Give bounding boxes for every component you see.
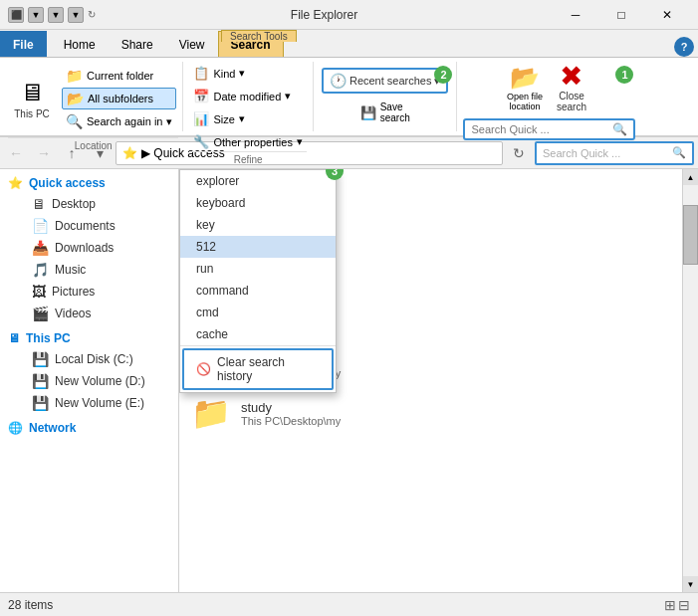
- tab-home[interactable]: Home: [51, 31, 109, 57]
- subfolders-icon: 📂: [67, 91, 84, 106]
- sidebar-local-disk-c[interactable]: 💾 Local Disk (C:): [0, 348, 178, 370]
- search-tools-label: Search Tools: [221, 30, 297, 42]
- window-title: File Explorer: [96, 8, 553, 22]
- disk-c-icon: 💾: [32, 351, 49, 367]
- sidebar-this-pc[interactable]: 🖥 This PC: [0, 328, 178, 348]
- date-label: Date modified: [213, 91, 281, 103]
- pc-icon: 🖥: [8, 331, 20, 345]
- scroll-up-button[interactable]: ▲: [683, 169, 698, 185]
- ribbon-tab-strip: Search Tools File Home Share View Search…: [0, 30, 698, 58]
- search-quick-input[interactable]: [471, 123, 608, 135]
- dropdown-item-key[interactable]: key: [180, 214, 336, 236]
- window-controls: ─ □ ✕: [553, 0, 690, 30]
- other-properties-btn[interactable]: 🔧 Other properties ▾: [189, 132, 306, 151]
- star-icon: ⭐: [8, 176, 23, 190]
- sidebar-quick-access[interactable]: ⭐ Quick access: [0, 173, 178, 193]
- save-icon: 💾: [360, 105, 376, 120]
- disk-c-label: Local Disk (C:): [55, 352, 133, 366]
- open-file-location-btn[interactable]: 📂 Open file location: [507, 64, 543, 111]
- file-location-icon: 📂: [510, 64, 540, 92]
- title-icon4: ▼: [68, 7, 84, 23]
- disk-d-label: New Volume (D:): [55, 374, 145, 388]
- sidebar-item-videos[interactable]: 🎬 Videos: [0, 303, 178, 324]
- study-info: study This PC\Desktop\my: [241, 400, 341, 427]
- dropdown-item-command[interactable]: command: [180, 280, 336, 302]
- size-arrow: ▾: [239, 112, 245, 125]
- sidebar-item-pictures[interactable]: 🖼 Pictures: [0, 281, 178, 303]
- current-folder-btn[interactable]: 📁 Current folder: [62, 66, 176, 86]
- help-button[interactable]: ?: [674, 37, 694, 57]
- search-again-label: Search again in: [87, 115, 162, 127]
- large-icons-view-button[interactable]: ⊟: [678, 597, 690, 613]
- desktop-icon: 🖥: [32, 196, 46, 212]
- sidebar-network[interactable]: 🌐 Network: [0, 418, 178, 438]
- refine-group-label: Refine: [189, 151, 306, 165]
- network-label: Network: [29, 421, 76, 435]
- title-bar-icons: ⬛ ▼ ▼ ▼ ↻: [8, 7, 96, 23]
- network-icon: 🌐: [8, 421, 23, 435]
- scrollbar-thumb[interactable]: [683, 205, 698, 265]
- tab-share[interactable]: Share: [109, 31, 166, 57]
- close-search-button[interactable]: ✖ Close search: [551, 61, 592, 114]
- dropdown-item-keyboard[interactable]: keyboard: [180, 192, 336, 214]
- sidebar-item-music[interactable]: 🎵 Music: [0, 259, 178, 281]
- dropdown-item-cache[interactable]: cache: [180, 323, 336, 345]
- recent-searches-button[interactable]: 🕐 Recent searches ▾: [322, 68, 449, 94]
- tab-view[interactable]: View: [166, 31, 218, 57]
- close-search-label: Close search: [557, 91, 586, 112]
- study-folder-icon: 📁: [191, 394, 231, 432]
- sidebar-item-desktop[interactable]: 🖥 Desktop: [0, 193, 178, 215]
- dropdown-menu[interactable]: 3 explorer keyboard key 512 run command …: [179, 169, 337, 393]
- size-btn[interactable]: 📊 Size ▾: [189, 109, 306, 128]
- dropdown-item-512[interactable]: 512: [180, 236, 336, 258]
- downloads-icon: 📥: [32, 240, 49, 256]
- sidebar-item-documents[interactable]: 📄 Documents: [0, 215, 178, 237]
- this-pc-label: This PC: [26, 331, 71, 345]
- sidebar-new-volume-e[interactable]: 💾 New Volume (E:): [0, 392, 178, 414]
- location-group-label: Location: [8, 137, 178, 151]
- address-search-bar[interactable]: Search Quick ... 🔍: [535, 141, 694, 165]
- date-icon: 📅: [193, 89, 209, 103]
- all-subfolders-btn[interactable]: 📂 All subfolders: [62, 88, 176, 109]
- quick-access-label: Quick access: [29, 176, 106, 190]
- kind-arrow: ▾: [239, 67, 245, 80]
- sidebar-new-volume-d[interactable]: 💾 New Volume (D:): [0, 370, 178, 392]
- addr-search-text: Search Quick ...: [543, 147, 668, 159]
- dropdown-item-cmd[interactable]: cmd: [180, 302, 336, 323]
- item-count: 28 items: [8, 598, 53, 612]
- undo-icon: ↻: [88, 9, 96, 20]
- content-item-study[interactable]: 📁 study This PC\Desktop\my: [187, 390, 674, 436]
- music-label: Music: [55, 263, 86, 277]
- scroll-down-button[interactable]: ▼: [683, 576, 698, 592]
- search-again-btn[interactable]: 🔍 Search again in ▾: [62, 111, 176, 131]
- clear-search-history-button[interactable]: 🚫 Clear search history: [182, 348, 334, 390]
- desktop-label: Desktop: [52, 197, 96, 211]
- save-search-btn[interactable]: 💾 Save search: [356, 100, 414, 125]
- scrollbar[interactable]: ▲ ▼: [682, 169, 698, 592]
- refresh-button[interactable]: ↻: [507, 141, 531, 165]
- tab-file[interactable]: File: [0, 31, 47, 57]
- sidebar-item-downloads[interactable]: 📥 Downloads: [0, 237, 178, 259]
- props-arrow: ▾: [297, 135, 303, 148]
- title-bar: ⬛ ▼ ▼ ▼ ↻ File Explorer ─ □ ✕: [0, 0, 698, 30]
- content-area: Frequent 📁 ↓ This PC 📁 📎 Documents This …: [179, 169, 682, 592]
- study-sub: This PC\Desktop\my: [241, 415, 341, 427]
- props-label: Other properties: [213, 136, 292, 148]
- dropdown-item-run[interactable]: run: [180, 258, 336, 280]
- disk-e-label: New Volume (E:): [55, 396, 144, 410]
- date-modified-btn[interactable]: 📅 Date modified ▾: [189, 87, 306, 105]
- save-search-label: Save search: [380, 102, 410, 123]
- computer-icon: 🖥: [20, 79, 44, 106]
- scrollbar-track[interactable]: [683, 185, 698, 576]
- kind-btn[interactable]: 📋 Kind ▾: [189, 64, 306, 83]
- kind-icon: 📋: [193, 66, 209, 81]
- search-quick-box[interactable]: 🔍: [463, 118, 635, 140]
- minimize-button[interactable]: ─: [553, 0, 598, 30]
- details-view-button[interactable]: ⊞: [664, 597, 676, 613]
- location-options: 📁 Current folder 📂 All subfolders 🔍 Sear…: [60, 64, 178, 133]
- maximize-button[interactable]: □: [598, 0, 644, 30]
- size-label: Size: [213, 113, 234, 125]
- dropdown-item-explorer[interactable]: explorer: [180, 170, 336, 192]
- this-pc-button[interactable]: 🖥 This PC: [8, 77, 56, 121]
- close-button[interactable]: ✕: [644, 0, 690, 30]
